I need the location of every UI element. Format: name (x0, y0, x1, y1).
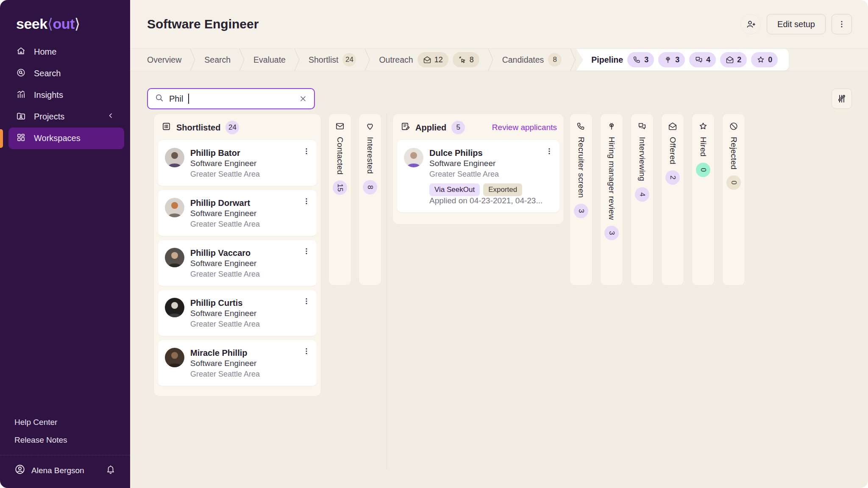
column-shortlisted-header[interactable]: Shortlisted 24 (154, 114, 321, 139)
tab-candidates[interactable]: Candidates8 (494, 49, 570, 71)
via-seekout-tag: Via SeekOut (429, 183, 480, 196)
column-interested-collapsed[interactable]: Interested 8 (359, 114, 381, 286)
column-applied-header[interactable]: Applied 5 Review applicants (393, 114, 564, 139)
column-label: Hired (698, 137, 708, 157)
card-kebab-menu[interactable] (302, 147, 311, 155)
user-menu[interactable]: Alena Bergson (0, 455, 130, 488)
column-count-badge: 3 (574, 204, 588, 218)
add-user-button[interactable] (740, 14, 761, 34)
main-area: Software Engineer Edit setup Overview Se… (130, 0, 868, 488)
sidebar-item-label: Insights (34, 90, 63, 100)
outreach-messaged-pill: 12 (417, 52, 448, 67)
column-applied: Applied 5 Review applicants Dulce Philip… (392, 114, 564, 225)
candidate-role: Software Engineer (190, 259, 256, 268)
candidate-location: Greater Seattle Area (190, 370, 260, 378)
column-label: Interviewing (637, 137, 647, 181)
candidate-name: Phillip Bator (190, 148, 240, 158)
tab-search[interactable]: Search (196, 49, 239, 71)
sidebar-item-insights[interactable]: Insights (0, 84, 130, 106)
pipeline-recruiter-screen-pill: 3 (627, 52, 654, 67)
candidate-avatar (165, 348, 184, 367)
column-count-badge: 3 (604, 226, 619, 240)
tab-separator (570, 48, 576, 71)
sidebar-item-label: Projects (34, 112, 64, 122)
column-label: Hiring manager review (607, 137, 616, 220)
candidate-card[interactable]: Phillip VaccaroSoftware EngineerGreater … (158, 240, 317, 286)
release-notes-link[interactable]: Release Notes (0, 431, 130, 449)
header-kebab-menu-button[interactable] (832, 14, 852, 34)
edit-setup-button[interactable]: Edit setup (767, 14, 826, 34)
column-count-badge: 5 (451, 121, 465, 134)
filter-sliders-button[interactable] (832, 89, 852, 109)
home-icon (16, 46, 26, 58)
column-label: Contacted (335, 137, 345, 175)
column-title: Applied (415, 123, 446, 133)
candidate-card[interactable]: Miracle PhillipSoftware EngineerGreater … (158, 340, 317, 386)
column-interviewing-collapsed[interactable]: Interviewing 4 (631, 114, 654, 286)
sidebar: seek⟨out⟩ Home Search Insights Projects (0, 0, 130, 488)
search-value: Phil (169, 94, 183, 104)
column-recruiter-screen-collapsed[interactable]: Recruiter screen 3 (570, 114, 593, 286)
collapse-chevron-icon[interactable] (106, 111, 115, 122)
column-rejected-collapsed[interactable]: Rejected 0 (722, 114, 745, 286)
tab-pipeline[interactable]: Pipeline 3 3 4 2 0 (576, 49, 789, 71)
sidebar-item-label: Home (34, 47, 56, 57)
candidate-avatar (165, 198, 184, 217)
pipeline-hiring-manager-pill: 3 (658, 52, 685, 67)
tab-evaluate[interactable]: Evaluate (245, 49, 294, 71)
column-hiring-manager-review-collapsed[interactable]: Hiring manager review 3 (600, 114, 623, 286)
insights-icon (16, 89, 26, 101)
card-kebab-menu[interactable] (545, 147, 554, 155)
card-kebab-menu[interactable] (302, 297, 311, 305)
search-circle-icon (16, 68, 26, 80)
column-hired-collapsed[interactable]: Hired 0 (692, 114, 715, 286)
card-kebab-menu[interactable] (302, 247, 311, 255)
candidate-role: Software Engineer (429, 159, 495, 168)
workflow-tabs: Overview Search Evaluate Shortlist24 Out… (130, 48, 868, 71)
column-offered-collapsed[interactable]: Offered 2 (661, 114, 684, 286)
candidate-role: Software Engineer (190, 309, 256, 318)
tab-separator (190, 48, 196, 71)
candidate-location: Greater Seattle Area (190, 170, 260, 178)
candidate-name: Phillip Vaccaro (190, 248, 250, 258)
shortlisted-cards: Phillip BatorSoftware EngineerGreater Se… (154, 139, 321, 390)
column-count-badge: 0 (726, 175, 741, 190)
candidate-card[interactable]: Phillip CurtisSoftware EngineerGreater S… (158, 290, 317, 336)
column-label: Interested (365, 137, 375, 174)
board-section-divider (387, 114, 387, 469)
notifications-bell-icon[interactable] (106, 464, 116, 477)
candidate-tags: Via SeekOut Exported (429, 183, 542, 196)
sidebar-item-projects[interactable]: Projects (0, 106, 130, 128)
search-input[interactable]: Phil (147, 88, 315, 109)
column-contacted-collapsed[interactable]: Contacted 15 (328, 114, 351, 286)
candidate-location: Greater Seattle Area (190, 320, 260, 328)
sidebar-item-home[interactable]: Home (0, 41, 130, 63)
candidate-card[interactable]: Phillip DorwartSoftware EngineerGreater … (158, 190, 317, 236)
candidate-card[interactable]: Dulce Philips Software Engineer Greater … (397, 140, 559, 212)
card-kebab-menu[interactable] (302, 347, 311, 355)
tab-outreach[interactable]: Outreach 12 8 (370, 49, 487, 71)
user-avatar-icon (14, 464, 25, 477)
card-kebab-menu[interactable] (302, 197, 311, 205)
candidate-name: Phillip Curtis (190, 298, 242, 308)
seekout-logo: seek⟨out⟩ (0, 0, 130, 32)
candidate-location: Greater Seattle Area (429, 170, 499, 178)
chat-icon (637, 122, 647, 131)
tab-overview[interactable]: Overview (147, 49, 190, 71)
exported-tag: Exported (483, 183, 522, 196)
candidate-location: Greater Seattle Area (190, 220, 260, 228)
workspaces-grid-icon (16, 133, 26, 144)
candidate-role: Software Engineer (190, 359, 256, 368)
sidebar-item-search[interactable]: Search (0, 63, 130, 84)
clear-search-icon[interactable] (299, 94, 307, 103)
candidate-card[interactable]: Phillip BatorSoftware EngineerGreater Se… (158, 140, 317, 186)
tab-separator (239, 48, 245, 71)
tab-separator (294, 48, 300, 71)
candidate-avatar (165, 248, 184, 267)
help-center-link[interactable]: Help Center (0, 413, 130, 431)
sidebar-footer: Help Center Release Notes Alena Bergson (0, 413, 130, 488)
review-applicants-link[interactable]: Review applicants (492, 123, 557, 132)
column-title: Shortlisted (176, 123, 220, 133)
tab-shortlist[interactable]: Shortlist24 (300, 49, 364, 71)
sidebar-item-workspaces[interactable]: Workspaces (8, 128, 124, 149)
